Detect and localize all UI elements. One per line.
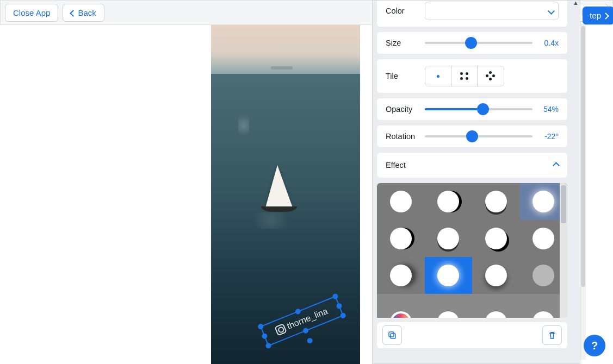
effect-glow-icon <box>532 191 554 212</box>
sail-wake <box>246 212 295 229</box>
opacity-slider[interactable] <box>425 108 532 110</box>
size-row: Size 0.4x <box>377 32 567 54</box>
opacity-row: Opacity 54% <box>377 98 567 120</box>
color-row: Color <box>377 1 567 27</box>
diamond-dots-icon <box>486 71 496 81</box>
tile-row: Tile <box>377 59 567 93</box>
opacity-slider-fill <box>425 108 483 110</box>
instagram-icon <box>275 323 287 336</box>
size-slider-thumb[interactable] <box>465 37 477 49</box>
close-app-button[interactable]: Close App <box>5 4 58 22</box>
effect-grid <box>377 183 567 318</box>
effect-faded-icon <box>532 265 554 286</box>
back-button-label: Back <box>78 8 96 17</box>
rotation-slider[interactable] <box>425 135 532 137</box>
effect-option-14[interactable] <box>472 294 520 318</box>
effect-shadow-r2-icon <box>390 228 412 249</box>
size-slider[interactable] <box>425 42 532 44</box>
effect-grid-container <box>377 183 567 318</box>
effect-softshadow-d-icon <box>485 265 507 286</box>
chevron-left-icon <box>71 8 76 17</box>
effect-option-0[interactable] <box>377 183 425 220</box>
chevron-down-icon <box>549 6 554 16</box>
effect-shadow-d2-icon <box>437 228 459 249</box>
color-select[interactable] <box>425 2 559 20</box>
opacity-value: 54% <box>538 105 559 114</box>
properties-panel: ▲ Color Size 0.4x Tile <box>372 0 580 364</box>
tile-option-diamond[interactable] <box>478 66 504 86</box>
effect-none-icon <box>390 191 412 212</box>
trash-icon <box>547 330 557 340</box>
effect-option-4[interactable] <box>377 220 425 257</box>
effect-option-12[interactable] <box>377 294 425 318</box>
single-dot-icon <box>437 75 440 78</box>
effect-option-1[interactable] <box>425 183 473 220</box>
effect-shadow-right-icon <box>437 191 459 212</box>
delete-button[interactable] <box>542 325 562 345</box>
panel-scroll-up-icon[interactable]: ▲ <box>573 0 579 6</box>
effect-14-icon <box>437 311 459 318</box>
help-button[interactable]: ? <box>584 335 605 356</box>
tile-button-group <box>425 66 504 86</box>
effect-option-13[interactable] <box>425 294 473 318</box>
next-step-button[interactable]: tep <box>583 7 613 24</box>
duplicate-button[interactable] <box>382 325 402 345</box>
opacity-slider-thumb[interactable] <box>477 103 489 115</box>
tile-label: Tile <box>386 72 418 80</box>
size-value: 0.4x <box>538 39 559 47</box>
effect-option-6[interactable] <box>472 220 520 257</box>
effect-option-8[interactable] <box>377 257 425 294</box>
effect-selected-glow-icon <box>437 265 459 286</box>
svg-rect-1 <box>389 332 394 337</box>
main-scrollbar[interactable] <box>580 25 586 360</box>
rotation-row: Rotation -22° <box>377 125 567 147</box>
panel-footer <box>377 322 567 348</box>
effect-rainbow-icon <box>390 311 412 318</box>
copy-icon <box>387 330 397 340</box>
grid-dots-icon <box>460 72 469 80</box>
island-shape <box>271 66 293 70</box>
size-label: Size <box>386 39 418 47</box>
effect-option-9[interactable] <box>425 257 473 294</box>
tile-option-single[interactable] <box>425 66 451 86</box>
effect-softshadow-r-icon <box>390 265 412 286</box>
back-button[interactable]: Back <box>63 4 104 22</box>
opacity-label: Opacity <box>386 105 418 114</box>
rotation-value: -22° <box>538 132 559 141</box>
tile-option-grid[interactable] <box>451 66 478 86</box>
effect-plain-icon <box>532 228 554 249</box>
effect-label: Effect <box>386 161 406 170</box>
effect-header[interactable]: Effect <box>377 153 567 178</box>
boat-wake <box>238 112 249 139</box>
effect-option-10[interactable] <box>472 257 520 294</box>
sailboat-sail <box>265 165 293 208</box>
effect-16-icon <box>532 311 554 318</box>
effect-shadow-down-icon <box>485 191 507 212</box>
chevron-up-icon <box>554 160 559 170</box>
effect-shadow-dr-icon <box>485 228 507 249</box>
preview-image[interactable]: thorne_lina <box>211 25 360 364</box>
svg-rect-0 <box>391 334 395 338</box>
effect-grid-scrollbar[interactable] <box>560 183 567 318</box>
chevron-right-icon <box>603 11 608 20</box>
effect-scrollbar-thumb[interactable] <box>561 185 566 223</box>
panel-scroll-area: Color Size 0.4x Tile Opac <box>373 1 572 363</box>
color-label: Color <box>386 7 418 15</box>
main-scrollbar-thumb[interactable] <box>581 26 585 287</box>
effect-option-5[interactable] <box>425 220 473 257</box>
next-step-label: tep <box>590 11 601 20</box>
rotation-label: Rotation <box>386 132 418 141</box>
effect-15-icon <box>485 311 507 318</box>
effect-option-2[interactable] <box>472 183 520 220</box>
help-icon: ? <box>591 340 598 352</box>
rotation-slider-thumb[interactable] <box>466 130 478 142</box>
